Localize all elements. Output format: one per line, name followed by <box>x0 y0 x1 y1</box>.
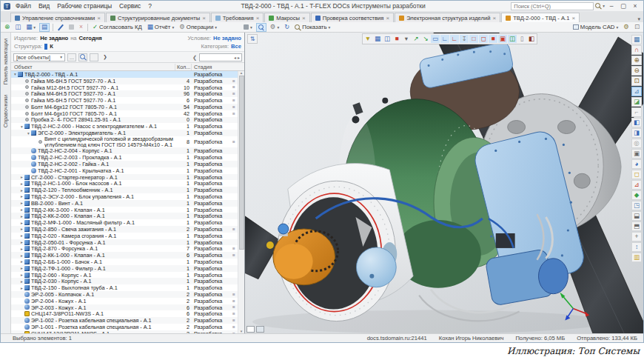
tree-row[interactable]: ▾ ЭГС-2-000 - Электродвигатель - А.1 1 Р… <box>11 130 238 136</box>
tree-row[interactable]: ▸ ТВД-2-870 - Форсунка - А.1 7 Разработк… <box>11 245 238 252</box>
tree-row[interactable]: Пробка 2- 4- ГОСТ 28941.25-91 - А.1 0 Ра… <box>11 117 238 124</box>
approve-kd-button[interactable]: ✓ Согласовать КД <box>91 23 144 32</box>
report-button[interactable]: ▦ Отчёт▾ <box>146 23 175 32</box>
add-button[interactable]: ⊕ <box>3 23 11 32</box>
row-menu-icon[interactable]: ≡ <box>230 227 238 232</box>
tab-structured-documents[interactable]: Структурированные документы × <box>106 13 210 22</box>
tree-row[interactable]: ТВД-2-НС-2-003 - Прокладка - А.1 1 Разра… <box>11 154 238 161</box>
menu-item[interactable]: Рабочие страницы <box>53 2 115 10</box>
tree-row[interactable]: ТВД-2-НС-2-004 - Корпус - А.1 1 Разработ… <box>11 147 238 154</box>
global-search-input[interactable] <box>511 2 594 10</box>
tab-close-icon[interactable]: × <box>386 15 389 21</box>
collapse-panel-button[interactable]: ❮ <box>192 54 197 61</box>
tab-requirements[interactable]: Требования × <box>211 13 264 22</box>
color-swatch-icon[interactable]: ■ <box>392 35 401 43</box>
csys-2-icon[interactable]: ∟ <box>450 35 459 43</box>
close-button[interactable]: × <box>630 2 640 10</box>
tree-row[interactable]: СНЦ147-3/8РО11-NW3S - А.1 6 Разработка ≡ <box>11 310 238 317</box>
tree-row[interactable]: ЭР-1-001 - Розетка кабельная специальная… <box>11 324 238 330</box>
zoom-in-icon[interactable]: ⊕ <box>631 56 642 65</box>
delete-button[interactable]: × <box>78 23 84 32</box>
row-menu-icon[interactable]: ≡ <box>230 139 238 144</box>
tree-row[interactable]: Болт М4-6gх10 ГОСТ 7805-70 - А.1 42 Разр… <box>11 110 238 117</box>
grid-icon[interactable]: ▦ <box>631 35 642 44</box>
zoom-out-icon[interactable]: ⊖ <box>631 66 642 76</box>
row-menu-icon[interactable]: ≡ <box>230 324 238 330</box>
prev-arrow-icon[interactable]: ◂ <box>234 55 236 60</box>
menu-item[interactable]: Сервис <box>115 2 144 10</box>
expander-icon[interactable]: ▸ <box>19 194 24 199</box>
row-menu-icon[interactable]: ≡ <box>230 311 238 316</box>
axes-icon[interactable]: ⊿ <box>631 180 642 190</box>
stats-icon[interactable]: ▥ <box>631 253 642 262</box>
tree-row[interactable]: ▸ ТВД-2-ТФ-1-000 - Фильтр - А.1 1 Разраб… <box>11 265 238 272</box>
search-caret-icon[interactable]: ▾ <box>603 4 605 8</box>
tab-overflow-icon[interactable]: ▾ <box>634 16 643 22</box>
tree-row[interactable]: ЭР-2-004 - Кожух - А.1 2 Разработка ≡ <box>11 298 238 304</box>
tab-close-icon[interactable]: × <box>302 15 306 21</box>
expander-icon[interactable]: ▸ <box>19 279 24 284</box>
row-menu-icon[interactable]: ≡ <box>230 246 238 251</box>
tree-row[interactable]: ▸ ТВД-2-ЭСУ-2-000 - Блок управления - А.… <box>11 193 238 200</box>
scroll-up-icon[interactable]: ▲ <box>240 71 243 75</box>
csys-icon[interactable]: ∟ <box>440 35 449 43</box>
clip-plane-icon[interactable]: ◳ <box>631 201 642 210</box>
tree-row[interactable]: ▸ ТВД-2-КК-3-000 - Клапан - А.1 1 Разраб… <box>11 207 238 213</box>
row-menu-icon[interactable]: ≡ <box>230 111 238 116</box>
tree-row[interactable]: Гайка М4-6Н.5 ГОСТ 5927-70 - А.1 96 Разр… <box>11 90 238 97</box>
expander-icon[interactable]: ▾ <box>26 131 31 136</box>
tree-row[interactable]: ▸ ТВД-2-060 - Корпус - А.1 1 Разработка <box>11 272 238 279</box>
row-menu-icon[interactable]: ≡ <box>230 253 238 258</box>
tree-row[interactable]: ▸ ТВД-2-120 - Теплообменник - А.1 1 Разр… <box>11 187 238 193</box>
table-icon[interactable]: ▦ <box>373 35 382 43</box>
update-up-icon[interactable]: ↗ <box>412 35 420 43</box>
page-layout-2-button[interactable] <box>256 326 264 333</box>
3d-viewport[interactable]: ⇅ ▼▦◫■▾↗↘▭∟∟↧□◻■▣◫▯◧ ▦∩⊕⊖⊡⊿◪⌐◧◨◎▣◕◻⊿◆◳⬓⬒… <box>245 33 643 333</box>
filter-icon[interactable]: ▼ <box>363 35 372 43</box>
expander-icon[interactable]: ▸ <box>19 273 24 277</box>
expander-icon[interactable]: ▸ <box>19 207 24 212</box>
menu-item[interactable]: Файл <box>12 2 35 10</box>
row-menu-icon[interactable]: ≡ <box>230 292 238 297</box>
search-nav-box[interactable]: ◂ ▸ <box>199 53 242 61</box>
tree-row[interactable]: ▸ СГ-2-000 - Стартер-генератор - А.1 1 Р… <box>11 174 238 181</box>
expander-icon[interactable]: ▸ <box>19 227 24 231</box>
tab-tvd-2-000[interactable]: ТВД-2-000 - ТВД - А.1 × <box>501 13 580 22</box>
table-view-dropdown[interactable]: ▦▾ <box>24 23 37 32</box>
minimize-button[interactable]: – <box>606 2 617 10</box>
tree-row[interactable]: ▸ ТВД-2-ББ-1-000 - Бачок - А.1 1 Разрабо… <box>11 259 238 265</box>
edit-button[interactable] <box>56 23 65 32</box>
operations-button[interactable]: ⚙ Операции▾ <box>178 23 218 32</box>
bounding-box-icon[interactable]: ▭ <box>431 35 440 43</box>
pan-icon[interactable]: + <box>631 232 642 241</box>
category-value[interactable]: Все <box>231 43 241 50</box>
tree-row[interactable]: ЭР-2-003 - Кожух - А.1 6 Разработка ≡ <box>11 304 238 311</box>
tree-row[interactable]: ▸ ТВД-2-КК-2-000 - Клапан - А.1 1 Разраб… <box>11 213 238 219</box>
tree-row[interactable]: ▸ ТВД-2-030 - Корпус - А.1 1 Разработка <box>11 278 238 284</box>
tree-row[interactable]: ▸ ТВД-2-050-01 - Форсунка - А.1 1 Разраб… <box>11 239 238 246</box>
tab-close-icon[interactable]: × <box>492 15 496 21</box>
expander-icon[interactable]: ▸ <box>19 253 24 258</box>
expander-icon[interactable]: ▸ <box>19 286 24 290</box>
layers-icon[interactable]: ◫ <box>383 35 392 43</box>
next-arrow-icon[interactable]: ▸ <box>238 55 240 60</box>
filter-extra-button[interactable] <box>90 53 98 61</box>
expander-icon[interactable]: ▸ <box>19 188 24 193</box>
pin-icon[interactable]: ↧ <box>460 35 469 43</box>
refresh-structure-button[interactable]: ◫ <box>13 23 22 32</box>
tree-row[interactable]: ТВД-2-НС-2-002 - Гайка - А.1 1 Разработк… <box>11 161 238 167</box>
search-tree-button[interactable] <box>256 23 266 32</box>
expander-icon[interactable]: ▸ <box>19 266 24 270</box>
tab-close-icon[interactable]: × <box>571 15 575 21</box>
tab-close-icon[interactable]: × <box>202 15 206 21</box>
condition-value[interactable]: Не задано <box>213 35 241 41</box>
solid-cube-icon[interactable]: ■ <box>489 35 497 43</box>
tree-row[interactable]: Гайка М12-6Н.5 ГОСТ 5927-70 - А.1 10 Раз… <box>11 84 238 91</box>
show-button[interactable]: Показать▾ <box>293 23 332 32</box>
tree-scrollbar[interactable]: ▲ ▼ <box>238 71 244 333</box>
maximize-button[interactable]: ▢ <box>618 2 628 10</box>
structure-value[interactable]: К <box>50 43 53 50</box>
tree-row[interactable]: ▸ ТВД-2-150 - Выхлопная труба - А.1 1 Ра… <box>11 284 238 291</box>
tree-row[interactable]: ▾ ТВД-2-НС-2-000 - Насос с электродвигат… <box>11 123 238 130</box>
iso-view-2-icon[interactable]: ◨ <box>631 128 642 138</box>
